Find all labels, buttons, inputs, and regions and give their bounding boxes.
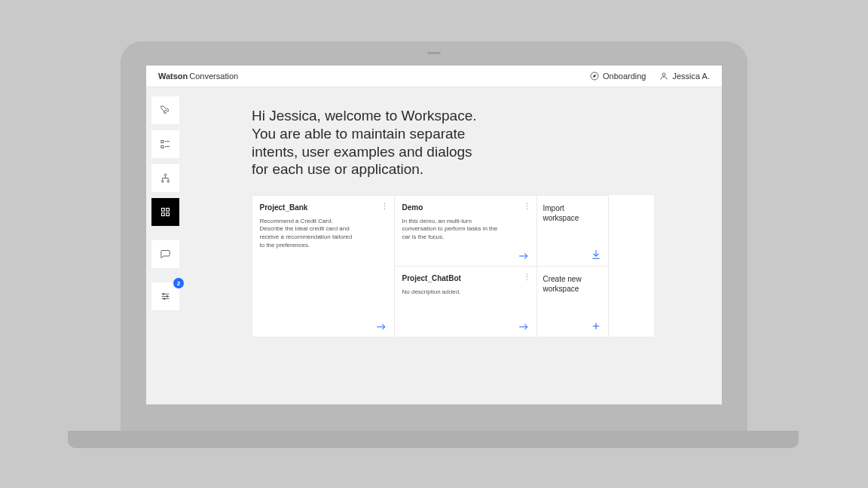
svg-point-7 [164, 174, 167, 176]
sidebar-nav: 2 [146, 87, 184, 404]
welcome-message: Hi Jessica, welcome to Workspace. You ar… [252, 107, 478, 178]
svg-marker-1 [593, 75, 596, 78]
tree-icon [160, 172, 171, 184]
svg-rect-10 [162, 209, 165, 212]
sidebar-item-chat[interactable] [151, 240, 179, 268]
download-icon [591, 249, 601, 260]
list-icon [160, 139, 171, 150]
chat-icon [160, 249, 171, 260]
svg-point-2 [662, 73, 665, 76]
kebab-menu-icon[interactable]: ⋮ [523, 273, 530, 282]
svg-point-19 [164, 298, 165, 300]
kebab-menu-icon[interactable]: ⋮ [523, 202, 530, 212]
user-name-label: Jessica A. [672, 72, 710, 81]
create-workspace-card[interactable]: Create new workspace [536, 266, 609, 337]
compass-icon [590, 72, 599, 81]
kebab-menu-icon[interactable]: ⋮ [381, 202, 388, 212]
card-title: Demo [402, 203, 529, 212]
svg-point-9 [167, 181, 170, 183]
top-bar: Watson Conversation Onboarding Jessica A… [146, 66, 722, 87]
arrow-right-icon[interactable] [518, 323, 529, 331]
workspace-card-bank[interactable]: Project_Bank Recommend a Credit Card. De… [252, 195, 395, 337]
svg-rect-13 [167, 213, 170, 216]
action-card-title: Create new workspace [543, 274, 602, 294]
sliders-icon [160, 291, 171, 302]
main-panel: Hi Jessica, welcome to Workspace. You ar… [184, 87, 722, 404]
sidebar-item-dialog[interactable] [151, 164, 179, 192]
workspace-card-demo[interactable]: Demo In this demo, an multi-turn convers… [394, 195, 537, 267]
brand-name-bold: Watson [158, 72, 188, 81]
onboarding-link[interactable]: Onboarding [590, 72, 646, 81]
svg-point-18 [167, 296, 168, 297]
app-screen: Watson Conversation Onboarding Jessica A… [146, 66, 722, 404]
notification-badge: 2 [173, 278, 184, 288]
svg-rect-4 [161, 145, 164, 148]
laptop-notch [427, 52, 441, 54]
brand-name-light: Conversation [189, 72, 238, 81]
card-title: Project_Bank [260, 203, 387, 212]
workspace-grid: Project_Bank Recommend a Credit Card. De… [252, 195, 654, 337]
sidebar-item-entities[interactable] [151, 130, 179, 158]
sidebar-item-tools[interactable] [151, 96, 179, 124]
onboarding-label: Onboarding [603, 72, 646, 81]
card-description: No description added. [402, 288, 500, 297]
sidebar-item-improve[interactable]: 2 [151, 282, 179, 310]
user-menu[interactable]: Jessica A. [659, 72, 710, 81]
grid-icon [160, 206, 171, 218]
card-title: Project_ChatBot [402, 274, 529, 282]
laptop-base [68, 431, 799, 448]
action-card-title: Import workspace [543, 203, 602, 223]
svg-rect-11 [167, 209, 170, 212]
plus-icon [591, 322, 601, 331]
card-description: In this demo, an multi-turn conversation… [402, 218, 500, 242]
laptop-frame: Watson Conversation Onboarding Jessica A… [121, 41, 747, 448]
workspace-card-chatbot[interactable]: Project_ChatBot No description added. ⋮ [394, 266, 537, 337]
arrow-right-icon[interactable] [518, 252, 529, 260]
svg-rect-12 [162, 213, 165, 216]
sidebar-item-workspaces[interactable] [151, 198, 179, 226]
svg-rect-3 [161, 141, 164, 143]
user-icon [659, 72, 668, 81]
arrow-right-icon[interactable] [376, 323, 387, 331]
content-area: 2 Hi Jessica, welcome to Workspace. You … [146, 87, 722, 404]
import-workspace-card[interactable]: Import workspace [536, 195, 609, 267]
wrench-icon [160, 105, 171, 116]
card-description: Recommend a Credit Card. Describe the id… [260, 218, 358, 250]
svg-point-17 [163, 293, 164, 294]
svg-point-8 [162, 181, 164, 183]
